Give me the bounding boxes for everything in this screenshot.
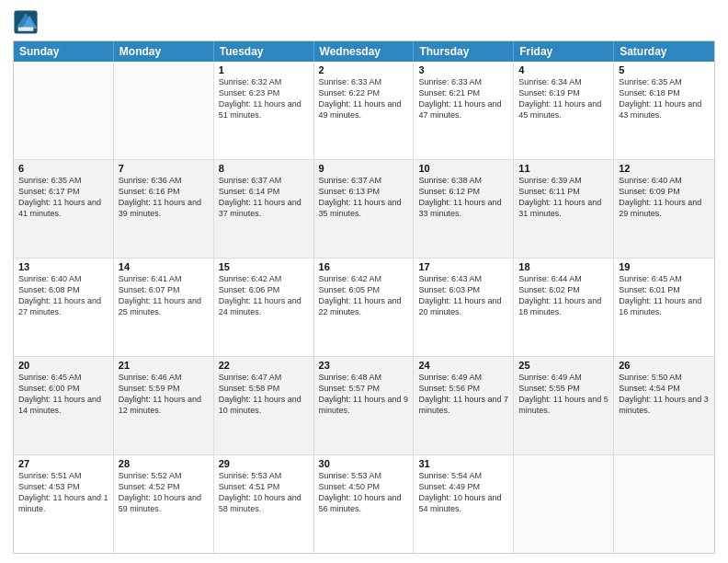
calendar-cell: 9Sunrise: 6:37 AM Sunset: 6:13 PM Daylig… xyxy=(314,160,415,258)
day-number: 9 xyxy=(319,163,409,174)
calendar-cell: 18Sunrise: 6:44 AM Sunset: 6:02 PM Dayli… xyxy=(514,259,614,356)
calendar-cell: 15Sunrise: 6:42 AM Sunset: 6:06 PM Dayli… xyxy=(214,259,314,356)
calendar-cell: 14Sunrise: 6:41 AM Sunset: 6:07 PM Dayli… xyxy=(114,259,214,356)
calendar-row-0: 1Sunrise: 6:32 AM Sunset: 6:23 PM Daylig… xyxy=(14,62,714,159)
cell-text: Sunrise: 6:39 AM Sunset: 6:11 PM Dayligh… xyxy=(518,175,609,220)
calendar-cell: 20Sunrise: 6:45 AM Sunset: 6:00 PM Dayli… xyxy=(14,357,114,454)
calendar: SundayMondayTuesdayWednesdayThursdayFrid… xyxy=(13,40,715,554)
calendar-cell: 24Sunrise: 6:49 AM Sunset: 5:56 PM Dayli… xyxy=(414,357,514,454)
header-cell-tuesday: Tuesday xyxy=(214,41,314,62)
calendar-cell: 29Sunrise: 5:53 AM Sunset: 4:51 PM Dayli… xyxy=(214,455,314,553)
calendar-cell: 19Sunrise: 6:45 AM Sunset: 6:01 PM Dayli… xyxy=(614,259,714,356)
calendar-cell xyxy=(614,455,714,553)
day-number: 4 xyxy=(518,64,609,75)
calendar-cell: 12Sunrise: 6:40 AM Sunset: 6:09 PM Dayli… xyxy=(614,160,714,258)
day-number: 13 xyxy=(18,261,108,272)
day-number: 16 xyxy=(319,261,409,272)
day-number: 29 xyxy=(219,458,309,469)
day-number: 28 xyxy=(119,458,209,469)
calendar-cell: 10Sunrise: 6:38 AM Sunset: 6:12 PM Dayli… xyxy=(414,160,514,258)
cell-text: Sunrise: 6:42 AM Sunset: 6:05 PM Dayligh… xyxy=(319,273,409,318)
day-number: 5 xyxy=(619,64,710,75)
calendar-cell: 8Sunrise: 6:37 AM Sunset: 6:14 PM Daylig… xyxy=(214,160,314,258)
calendar-cell: 13Sunrise: 6:40 AM Sunset: 6:08 PM Dayli… xyxy=(14,259,114,356)
header-cell-wednesday: Wednesday xyxy=(314,41,415,62)
cell-text: Sunrise: 6:40 AM Sunset: 6:08 PM Dayligh… xyxy=(18,273,108,318)
cell-text: Sunrise: 5:51 AM Sunset: 4:53 PM Dayligh… xyxy=(18,470,108,515)
cell-text: Sunrise: 6:42 AM Sunset: 6:06 PM Dayligh… xyxy=(219,273,309,318)
day-number: 31 xyxy=(418,458,508,469)
day-number: 10 xyxy=(418,163,508,174)
cell-text: Sunrise: 6:35 AM Sunset: 6:18 PM Dayligh… xyxy=(619,76,710,121)
cell-text: Sunrise: 5:53 AM Sunset: 4:50 PM Dayligh… xyxy=(319,470,409,515)
cell-text: Sunrise: 6:46 AM Sunset: 5:59 PM Dayligh… xyxy=(119,372,209,417)
calendar-cell: 2Sunrise: 6:33 AM Sunset: 6:22 PM Daylig… xyxy=(314,62,415,159)
cell-text: Sunrise: 6:49 AM Sunset: 5:56 PM Dayligh… xyxy=(418,372,508,417)
calendar-cell xyxy=(14,62,114,159)
cell-text: Sunrise: 6:40 AM Sunset: 6:09 PM Dayligh… xyxy=(619,175,710,220)
calendar-row-1: 6Sunrise: 6:35 AM Sunset: 6:17 PM Daylig… xyxy=(14,159,714,258)
calendar-cell xyxy=(114,62,214,159)
day-number: 26 xyxy=(619,360,710,371)
cell-text: Sunrise: 6:35 AM Sunset: 6:17 PM Dayligh… xyxy=(18,175,108,220)
day-number: 22 xyxy=(219,360,309,371)
day-number: 30 xyxy=(319,458,409,469)
calendar-cell: 11Sunrise: 6:39 AM Sunset: 6:11 PM Dayli… xyxy=(514,160,614,258)
cell-text: Sunrise: 5:52 AM Sunset: 4:52 PM Dayligh… xyxy=(119,470,209,515)
calendar-cell: 5Sunrise: 6:35 AM Sunset: 6:18 PM Daylig… xyxy=(614,62,714,159)
logo-icon xyxy=(13,9,39,35)
day-number: 11 xyxy=(518,163,609,174)
calendar-row-4: 27Sunrise: 5:51 AM Sunset: 4:53 PM Dayli… xyxy=(14,454,714,553)
calendar-cell: 30Sunrise: 5:53 AM Sunset: 4:50 PM Dayli… xyxy=(314,455,415,553)
svg-rect-3 xyxy=(18,28,34,31)
calendar-row-2: 13Sunrise: 6:40 AM Sunset: 6:08 PM Dayli… xyxy=(14,258,714,356)
day-number: 12 xyxy=(619,163,710,174)
day-number: 6 xyxy=(18,163,108,174)
cell-text: Sunrise: 6:48 AM Sunset: 5:57 PM Dayligh… xyxy=(319,372,409,417)
cell-text: Sunrise: 5:54 AM Sunset: 4:49 PM Dayligh… xyxy=(418,470,508,515)
cell-text: Sunrise: 5:53 AM Sunset: 4:51 PM Dayligh… xyxy=(219,470,309,515)
cell-text: Sunrise: 6:47 AM Sunset: 5:58 PM Dayligh… xyxy=(219,372,309,417)
calendar-cell: 3Sunrise: 6:33 AM Sunset: 6:21 PM Daylig… xyxy=(414,62,514,159)
cell-text: Sunrise: 6:37 AM Sunset: 6:13 PM Dayligh… xyxy=(319,175,409,220)
calendar-cell: 7Sunrise: 6:36 AM Sunset: 6:16 PM Daylig… xyxy=(114,160,214,258)
day-number: 8 xyxy=(219,163,309,174)
calendar-cell: 1Sunrise: 6:32 AM Sunset: 6:23 PM Daylig… xyxy=(214,62,314,159)
header-cell-friday: Friday xyxy=(514,41,614,62)
cell-text: Sunrise: 6:33 AM Sunset: 6:21 PM Dayligh… xyxy=(418,76,508,121)
cell-text: Sunrise: 6:38 AM Sunset: 6:12 PM Dayligh… xyxy=(418,175,508,220)
calendar-cell xyxy=(514,455,614,553)
calendar-cell: 31Sunrise: 5:54 AM Sunset: 4:49 PM Dayli… xyxy=(414,455,514,553)
calendar-cell: 4Sunrise: 6:34 AM Sunset: 6:19 PM Daylig… xyxy=(514,62,614,159)
cell-text: Sunrise: 6:44 AM Sunset: 6:02 PM Dayligh… xyxy=(518,273,609,318)
day-number: 21 xyxy=(119,360,209,371)
day-number: 24 xyxy=(418,360,508,371)
page: SundayMondayTuesdayWednesdayThursdayFrid… xyxy=(0,0,728,563)
day-number: 15 xyxy=(219,261,309,272)
calendar-header: SundayMondayTuesdayWednesdayThursdayFrid… xyxy=(14,41,714,62)
cell-text: Sunrise: 6:49 AM Sunset: 5:55 PM Dayligh… xyxy=(518,372,609,417)
header xyxy=(13,9,715,35)
calendar-row-3: 20Sunrise: 6:45 AM Sunset: 6:00 PM Dayli… xyxy=(14,356,714,454)
cell-text: Sunrise: 6:32 AM Sunset: 6:23 PM Dayligh… xyxy=(219,76,309,121)
header-cell-saturday: Saturday xyxy=(614,41,714,62)
header-cell-sunday: Sunday xyxy=(14,41,114,62)
header-cell-monday: Monday xyxy=(114,41,214,62)
calendar-cell: 16Sunrise: 6:42 AM Sunset: 6:05 PM Dayli… xyxy=(314,259,415,356)
calendar-body: 1Sunrise: 6:32 AM Sunset: 6:23 PM Daylig… xyxy=(14,62,714,553)
cell-text: Sunrise: 6:43 AM Sunset: 6:03 PM Dayligh… xyxy=(418,273,508,318)
calendar-cell: 6Sunrise: 6:35 AM Sunset: 6:17 PM Daylig… xyxy=(14,160,114,258)
calendar-cell: 28Sunrise: 5:52 AM Sunset: 4:52 PM Dayli… xyxy=(114,455,214,553)
cell-text: Sunrise: 6:36 AM Sunset: 6:16 PM Dayligh… xyxy=(119,175,209,220)
cell-text: Sunrise: 6:45 AM Sunset: 6:00 PM Dayligh… xyxy=(18,372,108,417)
logo xyxy=(13,9,41,35)
day-number: 17 xyxy=(418,261,508,272)
cell-text: Sunrise: 6:33 AM Sunset: 6:22 PM Dayligh… xyxy=(319,76,409,121)
day-number: 20 xyxy=(18,360,108,371)
calendar-cell: 27Sunrise: 5:51 AM Sunset: 4:53 PM Dayli… xyxy=(14,455,114,553)
day-number: 2 xyxy=(319,64,409,75)
cell-text: Sunrise: 5:50 AM Sunset: 4:54 PM Dayligh… xyxy=(619,372,710,417)
cell-text: Sunrise: 6:45 AM Sunset: 6:01 PM Dayligh… xyxy=(619,273,710,318)
day-number: 14 xyxy=(119,261,209,272)
day-number: 23 xyxy=(319,360,409,371)
